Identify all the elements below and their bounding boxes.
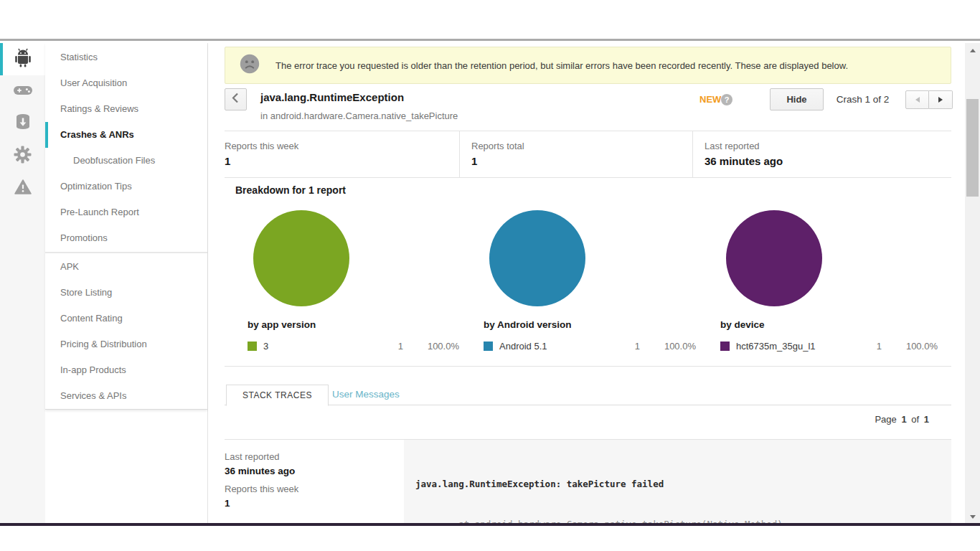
sidebar-item-optimization-tips[interactable]: Optimization Tips — [45, 174, 207, 199]
previous-crash-button[interactable] — [905, 90, 929, 109]
back-button[interactable] — [225, 88, 247, 110]
page-word: Page — [875, 414, 896, 425]
sidebar-item-apk[interactable]: APK — [45, 254, 207, 280]
sidebar-section-divider — [45, 252, 207, 253]
triangle-right-icon — [938, 97, 943, 103]
sidebar-item-promotions[interactable]: Promotions — [45, 225, 207, 251]
sidebar-item-services-apis[interactable]: Services & APIs — [45, 383, 207, 409]
page-indicator: Page 1 of 1 — [225, 414, 951, 425]
sidebar-item-label: Crashes & ANRs — [60, 129, 134, 140]
chart-by-device: by device hct6735m_35gu_l1 1 100.0% — [720, 178, 938, 366]
sidebar-item-store-listing[interactable]: Store Listing — [45, 280, 207, 306]
legend-swatch — [484, 342, 493, 351]
legend-count: 1 — [360, 341, 403, 352]
chart-label: by device — [720, 319, 938, 330]
window-bottom-edge — [0, 523, 980, 526]
legend-percent: 100.0% — [640, 341, 696, 352]
sidebar-item-ratings-reviews[interactable]: Ratings & Reviews — [45, 96, 207, 122]
sidebar-item-deobfuscation-files[interactable]: Deobfuscation Files — [45, 148, 207, 174]
browser-top-area — [0, 0, 980, 41]
active-accent-bar — [45, 122, 48, 148]
tab-stack-traces[interactable]: STACK TRACES — [226, 385, 329, 406]
stat-value: 1 — [225, 155, 459, 167]
triangle-down-icon — [970, 515, 976, 519]
legend-percent: 100.0% — [403, 341, 459, 352]
retention-warning-banner: The error trace you requested is older t… — [225, 47, 951, 84]
legend-row: hct6735m_35gu_l1 1 100.0% — [720, 341, 938, 352]
trace-meta-label: Reports this week — [225, 484, 404, 494]
stat-reports-this-week: Reports this week 1 — [225, 131, 459, 177]
legend-percent: 100.0% — [882, 341, 938, 352]
database-icon — [16, 113, 30, 134]
stat-value: 1 — [471, 155, 692, 167]
sidebar-item-pre-launch-report[interactable]: Pre-Launch Report — [45, 199, 207, 225]
page-current: 1 — [901, 414, 906, 425]
crash-pager — [905, 90, 953, 109]
icon-rail — [0, 43, 45, 523]
sad-face-icon — [240, 54, 260, 77]
active-accent-bar — [0, 43, 3, 75]
sidebar-item-crashes-anrs[interactable]: Crashes & ANRs — [45, 122, 207, 148]
chart-by-app-version: by app version 3 1 100.0% — [248, 178, 459, 366]
divider — [225, 366, 951, 367]
stack-trace-code: java.lang.RuntimeException: takePicture … — [404, 440, 951, 523]
stack-trace-section: Last reported 36 minutes ago Reports thi… — [225, 439, 951, 523]
rail-item-alerts[interactable] — [0, 172, 45, 204]
tab-user-messages[interactable]: User Messages — [332, 389, 400, 400]
sidebar-menu-card: Statistics User Acquisition Ratings & Re… — [45, 43, 207, 410]
stat-label: Last reported — [705, 141, 951, 151]
rail-item-reports[interactable] — [0, 108, 45, 140]
trace-meta-value: 36 minutes ago — [225, 466, 404, 476]
rail-item-settings[interactable] — [0, 140, 45, 172]
stat-label: Reports total — [471, 141, 692, 151]
triangle-up-icon — [970, 49, 976, 52]
warning-icon — [14, 179, 32, 197]
sidebar-item-content-rating[interactable]: Content Rating — [45, 306, 207, 331]
hide-button[interactable]: Hide — [770, 88, 824, 110]
legend-count: 1 — [839, 341, 882, 352]
sidebar-item-in-app-products[interactable]: In-app Products — [45, 357, 207, 383]
pie-chart-app-version — [253, 210, 349, 306]
chart-by-android-version: by Android version Android 5.1 1 100.0% — [484, 178, 696, 366]
trace-line: java.lang.RuntimeException: takePicture … — [415, 478, 951, 491]
android-icon — [14, 48, 32, 70]
sidebar: Statistics User Acquisition Ratings & Re… — [45, 43, 208, 523]
sidebar-item-user-acquisition[interactable]: User Acquisition — [45, 70, 207, 96]
chart-label: by Android version — [484, 319, 696, 330]
legend-swatch — [720, 342, 730, 351]
tab-bar: STACK TRACES User Messages — [225, 385, 951, 405]
sidebar-item-statistics[interactable]: Statistics — [45, 44, 207, 70]
legend-row: Android 5.1 1 100.0% — [484, 341, 696, 352]
crash-subtitle: in android.hardware.Camera.native_takePi… — [260, 110, 458, 121]
next-crash-button[interactable] — [929, 90, 953, 109]
chevron-left-icon — [230, 92, 241, 107]
legend-count: 1 — [597, 341, 640, 352]
legend-name: Android 5.1 — [499, 341, 597, 352]
scroll-up-button[interactable] — [965, 44, 980, 56]
trace-line: at android.hardware.Camera.native_takePi… — [415, 518, 951, 524]
sidebar-item-pricing-distribution[interactable]: Pricing & Distribution — [45, 331, 207, 357]
gamepad-icon — [14, 85, 32, 99]
of-word: of — [911, 414, 919, 425]
rail-item-games[interactable] — [0, 75, 45, 108]
pie-chart-android-version — [489, 210, 585, 306]
stat-value: 36 minutes ago — [705, 155, 951, 167]
help-icon[interactable]: ? — [721, 94, 732, 105]
legend-name: hct6735m_35gu_l1 — [736, 341, 839, 352]
scrollbar-thumb[interactable] — [966, 99, 979, 197]
spacer — [225, 476, 404, 484]
stat-last-reported: Last reported 36 minutes ago — [692, 131, 951, 177]
crash-title: java.lang.RuntimeException — [260, 91, 404, 103]
vertical-scrollbar[interactable] — [965, 43, 980, 523]
stat-label: Reports this week — [225, 141, 459, 151]
pie-chart-device — [726, 210, 822, 306]
trace-meta-label: Last reported — [225, 451, 404, 462]
crash-position-label: Crash 1 of 2 — [829, 94, 897, 105]
main-content: The error trace you requested is older t… — [208, 43, 954, 523]
chart-label: by app version — [248, 319, 459, 330]
rail-item-app[interactable] — [0, 43, 45, 75]
legend-name: 3 — [263, 341, 360, 352]
triangle-left-icon — [915, 97, 920, 103]
legend-row: 3 1 100.0% — [248, 341, 459, 352]
scroll-down-button[interactable] — [965, 511, 980, 522]
